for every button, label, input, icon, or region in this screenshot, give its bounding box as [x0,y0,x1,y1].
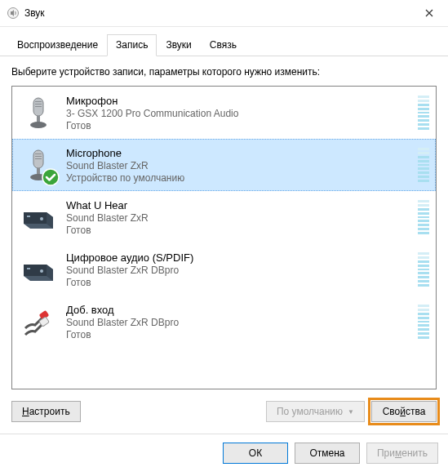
device-desc: 3- GSX 1200 Pro Communication Audio [66,108,418,119]
level-meter [418,305,429,339]
device-name: Цифровое аудио (S/PDIF) [66,251,418,264]
configure-label: Настроить [22,406,70,417]
device-row[interactable]: What U HearSound Blaster ZxRГотов [12,191,436,243]
level-meter [418,96,429,130]
svg-rect-18 [27,268,30,269]
device-desc: Sound Blaster ZxR [66,160,418,171]
device-name: What U Hear [66,199,418,211]
device-text: Микрофон3- GSX 1200 Pro Communication Au… [58,93,418,131]
cable-icon [19,302,58,341]
mic-icon [19,145,58,185]
level-meter [418,200,429,234]
window-title: Звук [24,7,410,19]
configure-button[interactable]: Настроить [11,401,81,422]
device-status: Готов [66,277,418,288]
device-name: Микрофон [66,95,418,107]
sound-icon [7,7,20,20]
default-check-icon [42,168,60,186]
device-row[interactable]: Доб. входSound Blaster ZxR DBproГотов [12,296,436,348]
apply-button[interactable]: Применить [366,443,438,464]
device-status: Готов [66,120,418,131]
box-icon [19,198,58,237]
apply-label: Применить [377,447,428,459]
device-text: Доб. входSound Blaster ZxR DBproГотов [58,302,418,340]
device-status: Устройство по умолчанию [66,172,418,184]
titlebar: Звук [0,0,448,27]
mic-icon [19,93,58,132]
device-name: Microphone [66,147,418,159]
cancel-button[interactable]: Отмена [295,443,360,464]
svg-rect-5 [35,106,42,107]
level-meter [418,148,429,182]
svg-rect-16 [27,216,30,217]
svg-point-19 [40,269,43,273]
device-name: Доб. вход [66,304,418,316]
device-desc: Sound Blaster ZxR [66,212,418,224]
tab-sounds[interactable]: Звуки [157,34,200,56]
device-desc: Sound Blaster ZxR DBpro [66,265,418,276]
svg-point-7 [30,122,47,128]
svg-rect-10 [35,153,42,154]
svg-rect-4 [35,104,42,105]
device-list: Микрофон3- GSX 1200 Pro Communication Au… [11,86,437,389]
chevron-down-icon: ▼ [348,408,354,416]
device-status: Готов [66,225,418,236]
device-row[interactable]: MicrophoneSound Blaster ZxRУстройство по… [12,139,436,191]
device-text: Цифровое аудио (S/PDIF)Sound Blaster ZxR… [58,250,418,288]
box-icon [19,250,58,289]
device-row[interactable]: Микрофон3- GSX 1200 Pro Communication Au… [12,87,436,139]
device-desc: Sound Blaster ZxR DBpro [66,317,418,328]
tab-recording[interactable]: Запись [107,34,157,56]
svg-rect-3 [35,101,42,102]
set-default-label: По умолчанию [277,406,343,417]
properties-label: Свойства [383,406,426,417]
svg-rect-11 [35,156,42,157]
device-row[interactable]: Цифровое аудио (S/PDIF)Sound Blaster ZxR… [12,243,436,296]
dialog-buttons: ОК Отмена Применить [0,434,448,472]
properties-button[interactable]: Свойства [371,401,437,422]
device-text: MicrophoneSound Blaster ZxRУстройство по… [58,145,418,184]
tab-communications[interactable]: Связь [201,34,246,56]
set-default-button: По умолчанию ▼ [266,401,365,422]
prompt-text: Выберите устройство записи, параметры ко… [11,66,437,78]
svg-point-17 [40,217,43,220]
tab-content: Выберите устройство записи, параметры ко… [0,56,448,389]
ok-button[interactable]: ОК [223,443,288,464]
action-buttons: Настроить По умолчанию ▼ Свойства [0,389,448,422]
svg-point-15 [42,169,59,185]
svg-rect-13 [37,168,40,175]
svg-rect-12 [35,158,42,159]
close-button[interactable] [410,0,448,26]
device-text: What U HearSound Blaster ZxRГотов [58,198,418,236]
tab-strip: Воспроизведение Запись Звуки Связь [0,27,448,56]
device-status: Готов [66,329,418,340]
tab-playback[interactable]: Воспроизведение [8,34,107,56]
level-meter [418,252,429,287]
svg-rect-6 [37,116,40,122]
